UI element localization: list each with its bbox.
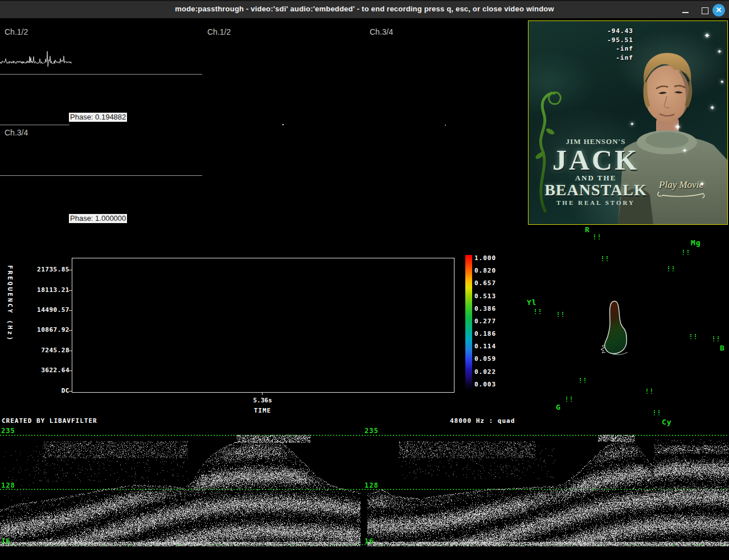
freq-tick-mark [69,270,72,270]
movie-title-block: JIM HENSON'S JACK AND THE BEANSTALK THE … [536,138,655,207]
sparkle-icon: ✦ [717,48,722,55]
freq-tick-mark [69,330,72,331]
freq-tick-mark [69,370,72,371]
sparkle-icon: ✦ [699,180,705,188]
vectorscope-trace [592,295,649,360]
vectorscope-target-marker [558,312,563,318]
freq-tick: 7245.28 [0,347,69,354]
maximize-button[interactable] [699,5,711,16]
titlebar[interactable]: mode:passthrough - video:'sdi' audio:'em… [0,0,729,18]
waveform-scale-128: 128 [1,481,15,489]
ch12-phase-bar [0,125,69,125]
ch34-baseline [0,175,202,176]
legend-value: 0.277 [474,318,496,325]
audio-level-readout: -94.43 -95.51 -inf -inf [581,27,633,62]
time-tick-mark [262,393,263,395]
freq-tick-mark [69,351,72,351]
legend-value: 0.022 [474,368,496,376]
waveform-scale-235: 235 [364,427,379,435]
vectorscope-target-marker [654,410,660,416]
legend-value: 1.000 [474,254,496,262]
libavfilter-credit: CREATED BY LIBAVFILTER [2,417,97,425]
vectorscope-label-r: R [585,225,590,234]
lissajous-ch34-dot [445,125,446,126]
waveform-monitor-right [367,428,729,547]
vectorscope-label-b: B [720,344,725,352]
waveform-scale-235: 235 [1,427,15,435]
freq-tick: 14490.57 [0,306,69,314]
vectorscope-target-marker [646,389,652,394]
spectrogram-color-legend [465,255,472,390]
legend-value: 0.114 [474,343,496,350]
app-window: mode:passthrough - video:'sdi' audio:'em… [0,0,729,560]
sparkle-icon: ✦ [710,104,715,112]
lissajous-ch12-label: Ch.1/2 [207,27,231,36]
legend-value: 0.820 [474,267,496,274]
freq-tick-mark [69,391,72,392]
lissajous-ch34-label: Ch.3/4 [370,27,393,36]
vectorscope-target-marker [683,250,689,256]
freq-tick: 21735.85 [0,266,69,273]
close-icon: ✕ [716,6,722,14]
waveform-monitor-left [0,428,361,547]
ch34-phase-readout: Phase: 1.000000 [69,214,127,223]
sparkle-icon: ✦ [682,147,687,154]
vectorscope-target-marker [535,309,540,315]
lissajous-ch12-dot [282,124,284,125]
sparkle-icon: ✦ [630,121,634,127]
level-ch1: -94.43 [581,27,633,36]
freq-tick: 18113.21 [0,286,69,294]
waveform-scale-16: 16 [1,537,10,545]
freq-tick-mark [69,310,72,311]
waveform-scale-128: 128 [364,481,379,489]
vectorscope-target-marker [668,266,674,272]
close-button[interactable]: ✕ [712,4,725,17]
waveform-scale-16: 16 [364,537,374,545]
legend-value: 0.386 [474,305,496,312]
window-title: mode:passthrough - video:'sdi' audio:'em… [0,5,729,13]
vectorscope-target-marker [713,336,719,342]
level-ch2: -95.51 [581,36,633,45]
sparkle-icon: ✦ [674,122,681,131]
vectorscope-label-g: G [556,403,561,411]
legend-value: 0.059 [474,355,496,363]
ch12-baseline [0,74,202,75]
freq-tick: 10867.92 [0,326,69,333]
vectorscope-label-yl: Yl [527,298,537,307]
vectorscope-label-cy: Cy [662,418,672,426]
title-beanstalk: BEANSTALK [536,182,655,199]
spectrogram-x-axis-label: TIME [242,407,283,414]
freq-tick-mark [69,290,72,291]
audio-ch34-label: Ch.3/4 [5,128,28,137]
vectorscope-target-marker [580,378,585,384]
legend-value: 0.003 [474,381,496,388]
sparkle-icon: ✦ [704,31,710,40]
sparkle-icon: ✦ [720,79,724,85]
vectorscope-target-marker [690,334,696,340]
freq-tick: DC [0,387,69,394]
legend-value: 0.186 [474,330,496,337]
stream-info: 48000 Hz : quad [450,417,515,425]
play-movie-label: Play Movie [659,179,703,190]
vectorscope-target-marker [566,397,572,402]
vectorscope-target-marker [594,234,600,240]
video-preview[interactable]: -94.43 -95.51 -inf -inf JIM HENSON'S JAC… [528,20,728,225]
audio-ch12-waveform [0,49,74,72]
spectrogram-plot [72,258,454,393]
legend-value: 0.657 [474,279,496,287]
title-tagline: THE REAL STORY [536,199,655,207]
vectorscope-target-marker [602,256,608,262]
legend-value: 0.513 [474,293,496,300]
audio-ch12-label: Ch.1/2 [5,27,28,36]
level-ch4: -inf [581,53,633,63]
spectrogram-time-tick: 5.36s [242,397,283,404]
vectorscope-label-mg: Mg [691,238,701,247]
title-jack: JACK [536,146,655,174]
freq-tick: 3622.64 [0,367,69,374]
play-movie-flourish [656,191,707,199]
minimize-button[interactable] [680,5,691,16]
level-ch3: -inf [581,44,633,53]
ch12-phase-readout: Phase: 0.194882 [69,113,127,122]
